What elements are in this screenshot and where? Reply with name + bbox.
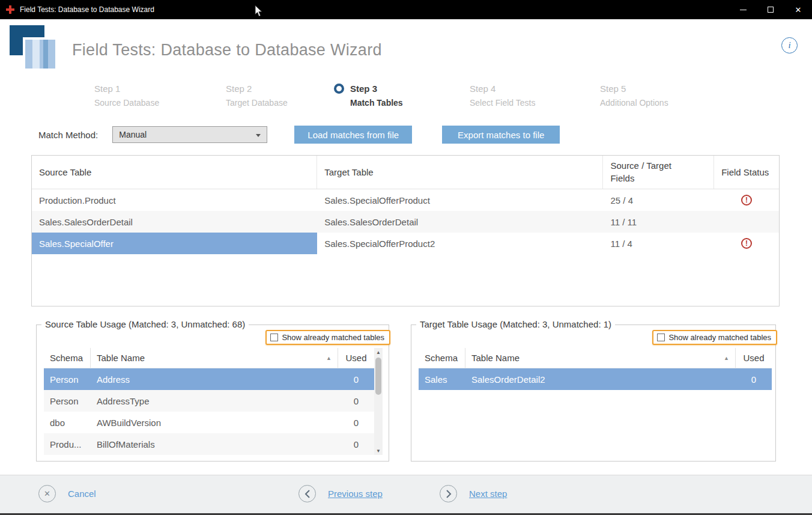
minimize-button[interactable] — [729, 0, 757, 19]
column-header-table-name[interactable]: Table Name ▲ — [465, 348, 736, 368]
target-table-cell: Sales.SpecialOfferProduct — [317, 189, 603, 211]
source-table-cell: Production.Product — [32, 189, 317, 211]
next-chevron-icon — [440, 485, 457, 502]
step-5-additional-options[interactable]: Step 5 Additional Options — [600, 83, 668, 109]
target-usage-table: Schema Table Name ▲ Used Sales SalesOrde… — [419, 348, 772, 390]
column-header-used[interactable]: Used — [338, 348, 374, 368]
title-bar: Field Tests: Database to Database Wizard… — [0, 0, 812, 19]
column-header-used[interactable]: Used — [736, 348, 772, 368]
field-status-cell: ! — [714, 233, 779, 254]
scroll-up-icon[interactable]: ▲ — [374, 348, 383, 356]
source-table-cell: Sales.SpecialOffer — [32, 233, 317, 254]
column-header-schema[interactable]: Schema — [419, 348, 465, 368]
app-icon — [5, 5, 15, 14]
match-method-label: Match Method: — [38, 130, 98, 140]
fields-count-cell: 11 / 11 — [603, 211, 714, 233]
next-step-button[interactable]: Next step — [440, 485, 507, 502]
previous-step-label: Previous step — [328, 489, 383, 499]
table-row-selected[interactable]: Sales.SpecialOffer Sales.SpecialOfferPro… — [32, 233, 779, 254]
close-button[interactable]: ✕ — [784, 0, 812, 19]
step-label: Target Database — [226, 97, 288, 109]
matches-table: Source Table Target Table Source / Targe… — [31, 155, 780, 306]
load-matches-button[interactable]: Load matches from file — [294, 126, 412, 144]
checkbox-label: Show already matched tables — [668, 333, 771, 342]
scrollbar-thumb[interactable] — [375, 358, 381, 395]
match-method-value: Manual — [119, 130, 147, 139]
step-1-source-database[interactable]: Step 1 Source Database — [94, 83, 159, 109]
match-method-select[interactable]: Manual — [112, 126, 267, 143]
cancel-label: Cancel — [68, 489, 96, 499]
step-number: Step 5 — [600, 83, 668, 95]
wizard-steps: Step 1 Source Database Step 2 Target Dat… — [0, 83, 812, 113]
previous-step-button[interactable]: Previous step — [298, 485, 383, 502]
list-item-selected[interactable]: Person Address 0 — [44, 368, 374, 390]
source-show-matched-checkbox[interactable]: Show already matched tables — [265, 330, 390, 345]
window-title: Field Tests: Database to Database Wizard — [20, 5, 154, 14]
source-usage-table: Schema Table Name ▲ Used Person Address … — [44, 348, 374, 455]
fields-count-cell: 11 / 4 — [603, 233, 714, 254]
column-header-schema[interactable]: Schema — [44, 348, 91, 368]
dropdown-chevron-icon — [256, 134, 261, 137]
field-status-cell — [714, 211, 779, 233]
previous-chevron-icon — [298, 485, 316, 502]
cancel-button[interactable]: ✕ Cancel — [38, 485, 96, 502]
table-row[interactable]: Production.Product Sales.SpecialOfferPro… — [32, 189, 779, 211]
table-row[interactable]: Sales.SalesOrderDetail Sales.SalesOrderD… — [32, 211, 779, 233]
fields-count-cell: 25 / 4 — [603, 189, 714, 211]
column-header-source-target-fields[interactable]: Source / Target Fields — [603, 156, 714, 189]
step-label: Additional Options — [600, 97, 668, 109]
list-item-selected[interactable]: Sales SalesOrderDetail2 0 — [419, 368, 772, 390]
close-icon: ✕ — [795, 5, 802, 14]
vertical-scrollbar[interactable]: ▲ ▼ — [374, 348, 383, 455]
page-title: Field Tests: Database to Database Wizard — [72, 41, 382, 59]
source-table-cell: Sales.SalesOrderDetail — [32, 211, 317, 233]
active-step-icon — [334, 84, 344, 94]
checkbox-icon — [270, 334, 278, 341]
column-header-field-status[interactable]: Field Status — [714, 156, 779, 189]
checkbox-icon — [657, 334, 665, 341]
field-status-cell: ! — [714, 189, 779, 211]
target-usage-title: Target Table Usage (Matched: 3, Unmatche… — [416, 319, 615, 329]
column-header-source-table[interactable]: Source Table — [32, 156, 317, 189]
step-3-match-tables[interactable]: Step 3 Match Tables — [334, 83, 403, 109]
usage-table-header: Schema Table Name ▲ Used — [419, 348, 772, 368]
step-number: Step 3 — [350, 83, 403, 95]
list-item[interactable]: dbo AWBuildVersion 0 — [44, 412, 374, 433]
scroll-down-icon[interactable]: ▼ — [374, 446, 383, 455]
usage-table-header: Schema Table Name ▲ Used — [44, 348, 374, 368]
export-matches-button[interactable]: Export matches to file — [442, 126, 560, 144]
step-label: Source Database — [94, 97, 159, 109]
source-table-usage-panel: Source Table Usage (Matched: 3, Unmatche… — [36, 325, 389, 462]
step-4-select-field-tests[interactable]: Step 4 Select Field Tests — [470, 83, 535, 109]
sort-asc-icon: ▲ — [326, 355, 332, 361]
maximize-icon — [768, 7, 774, 13]
step-number: Step 2 — [226, 83, 288, 95]
mouse-cursor — [255, 5, 262, 19]
next-step-label: Next step — [469, 489, 507, 499]
error-icon: ! — [741, 238, 752, 249]
target-show-matched-checkbox[interactable]: Show already matched tables — [652, 330, 777, 345]
source-usage-title: Source Table Usage (Matched: 3, Unmatche… — [41, 319, 249, 329]
step-number: Step 4 — [470, 83, 535, 95]
maximize-button[interactable] — [757, 0, 784, 19]
sort-asc-icon: ▲ — [724, 355, 729, 361]
step-label: Select Field Tests — [470, 97, 535, 109]
target-table-cell: Sales.SpecialOfferProduct2 — [317, 233, 603, 254]
cancel-circle-icon: ✕ — [38, 485, 56, 502]
wizard-footer: ✕ Cancel Previous step Next step — [0, 475, 812, 513]
target-table-usage-panel: Target Table Usage (Matched: 3, Unmatche… — [411, 325, 776, 462]
list-item[interactable]: Produ... BillOfMaterials 0 — [44, 433, 374, 455]
info-icon[interactable]: i — [781, 37, 798, 53]
column-header-table-name[interactable]: Table Name ▲ — [91, 348, 338, 368]
matches-table-header: Source Table Target Table Source / Targe… — [32, 156, 779, 189]
minimize-icon — [740, 10, 747, 10]
column-header-target-table[interactable]: Target Table — [317, 156, 603, 189]
step-2-target-database[interactable]: Step 2 Target Database — [226, 83, 288, 109]
target-table-cell: Sales.SalesOrderDetail — [317, 211, 603, 233]
step-number: Step 1 — [94, 83, 159, 95]
step-label: Match Tables — [350, 97, 403, 109]
error-icon: ! — [741, 195, 752, 206]
list-item[interactable]: Person AddressType 0 — [44, 390, 374, 412]
checkbox-label: Show already matched tables — [282, 333, 384, 342]
app-logo — [10, 25, 59, 76]
